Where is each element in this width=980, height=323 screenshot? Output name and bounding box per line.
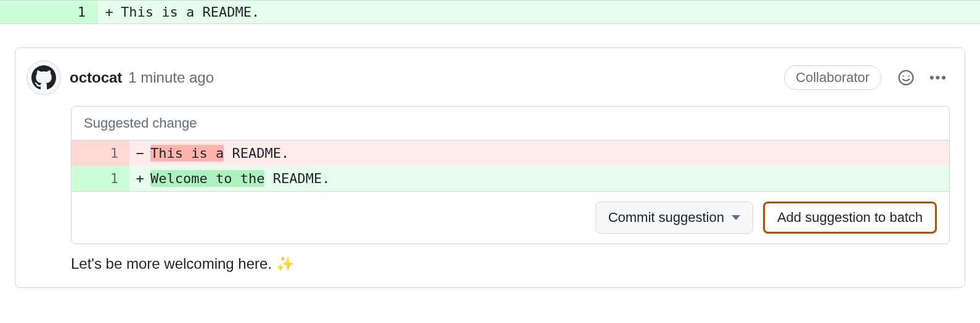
diff-content: This is a README. <box>121 1 980 23</box>
diff-added-highlight: Welcome to the <box>150 170 264 187</box>
diff-marker-add: + <box>97 1 121 23</box>
line-number: 1 <box>71 141 129 166</box>
comment-timestamp[interactable]: 1 minute ago <box>128 69 214 86</box>
top-diff-row: 1 + This is a README. <box>0 0 980 24</box>
add-to-batch-label: Add suggestion to batch <box>777 210 923 226</box>
kebab-icon: ••• <box>929 70 947 85</box>
diff-added-line: 1 + Welcome to the README. <box>71 166 949 191</box>
author-username[interactable]: octocat <box>70 69 122 86</box>
comment-body: Let's be more welcoming here. ✨ <box>15 255 965 287</box>
diff-added-content: Welcome to the README. <box>150 166 949 191</box>
suggestion-actions: Commit suggestion Add suggestion to batc… <box>71 191 949 243</box>
more-actions-button[interactable]: ••• <box>929 70 947 86</box>
add-reaction-button[interactable] <box>896 68 916 88</box>
sparkles-emoji: ✨ <box>276 255 295 272</box>
diff-removed-highlight: This is a <box>150 145 224 162</box>
suggested-change-box: Suggested change 1 − This is a README. 1… <box>71 106 950 244</box>
commit-suggestion-button[interactable]: Commit suggestion <box>595 202 753 234</box>
diff-removed-rest: README. <box>224 145 289 161</box>
smiley-icon <box>897 69 915 86</box>
role-badge: Collaborator <box>784 65 881 90</box>
chevron-down-icon <box>732 215 740 220</box>
line-number: 1 <box>0 1 97 23</box>
diff-removed-line: 1 − This is a README. <box>71 141 949 166</box>
review-comment-card: octocat 1 minute ago Collaborator ••• Su… <box>15 47 965 288</box>
diff-removed-content: This is a README. <box>150 141 949 166</box>
diff-added-rest: README. <box>264 171 330 186</box>
svg-point-1 <box>902 75 904 76</box>
line-number: 1 <box>71 166 129 191</box>
octocat-icon <box>31 65 56 90</box>
comment-header: octocat 1 minute ago Collaborator ••• <box>15 48 965 106</box>
suggestion-header: Suggested change <box>71 107 949 141</box>
avatar[interactable] <box>27 60 61 95</box>
add-suggestion-to-batch-button[interactable]: Add suggestion to batch <box>763 202 937 234</box>
diff-marker-remove: − <box>129 141 150 166</box>
comment-text: Let's be more welcoming here. <box>71 255 276 272</box>
comment-meta: octocat 1 minute ago <box>70 69 775 86</box>
diff-marker-add: + <box>129 166 150 191</box>
svg-point-0 <box>899 71 913 85</box>
commit-suggestion-label: Commit suggestion <box>608 210 724 226</box>
svg-point-2 <box>908 75 909 76</box>
